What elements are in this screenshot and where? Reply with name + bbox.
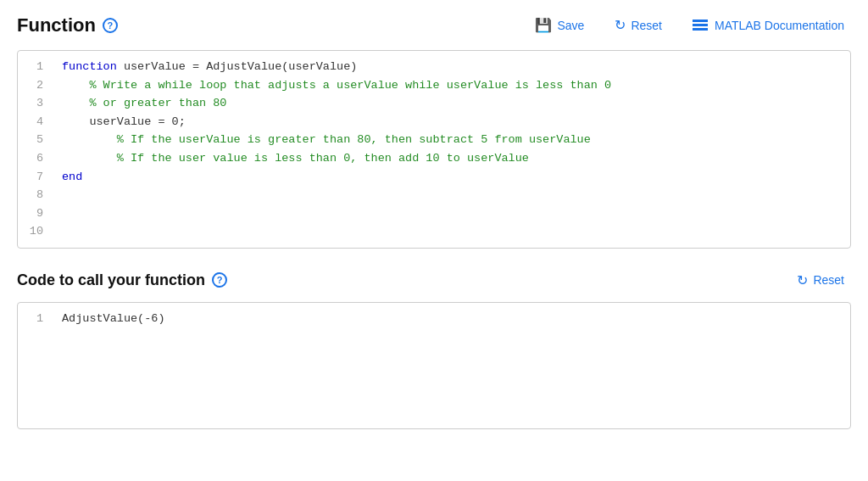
line-number: 8 — [36, 186, 43, 204]
code-area: 12345678910 function userValue = AdjustV… — [18, 51, 850, 248]
line-number: 7 — [36, 168, 43, 187]
function-editor[interactable]: 12345678910 function userValue = AdjustV… — [17, 50, 851, 249]
code-line: % If the user value is less than 0, then… — [62, 149, 840, 168]
page-title: Function — [17, 14, 96, 36]
line-number: 10 — [30, 222, 43, 241]
function-help-icon[interactable]: ? — [103, 18, 118, 33]
line-number: 1 — [36, 310, 43, 328]
reset-label: Reset — [631, 19, 662, 32]
save-label: Save — [557, 19, 584, 32]
line-number: 4 — [36, 113, 43, 131]
header-actions: 💾 Save ↻ Reset MATLAB Documentation — [528, 14, 851, 36]
page-header: Function ? 💾 Save ↻ Reset MATLAB Documen… — [17, 14, 851, 36]
code-line: % If the userValue is greater than 80, t… — [62, 131, 840, 149]
save-button[interactable]: 💾 Save — [528, 14, 591, 36]
line-number: 3 — [36, 94, 43, 113]
call-reset-icon: ↻ — [797, 272, 808, 288]
code-line: function userValue = AdjustValue(userVal… — [62, 58, 840, 76]
call-section-title: Code to call your function — [17, 271, 205, 289]
call-section-header: Code to call your function ? ↻ Reset — [17, 269, 851, 292]
call-editor[interactable]: 1 AdjustValue(-6) — [17, 302, 851, 429]
code-line: % Write a while loop that adjusts a user… — [62, 76, 840, 95]
line-numbers: 12345678910 — [18, 58, 52, 241]
matlab-docs-button[interactable]: MATLAB Documentation — [686, 15, 851, 36]
call-code-area: 1 AdjustValue(-6) — [18, 303, 850, 335]
call-line-numbers: 1 — [18, 310, 52, 328]
line-number: 9 — [36, 204, 43, 223]
code-line: % or greater than 80 — [62, 94, 840, 113]
line-number: 1 — [36, 58, 43, 76]
line-number: 2 — [36, 76, 43, 95]
line-number: 6 — [36, 149, 43, 168]
reset-icon: ↻ — [615, 17, 626, 33]
call-reset-label: Reset — [813, 273, 844, 287]
matlab-docs-icon — [693, 20, 708, 31]
matlab-docs-label: MATLAB Documentation — [715, 19, 844, 32]
call-code-lines[interactable]: AdjustValue(-6) — [52, 310, 850, 328]
line-number: 5 — [36, 131, 43, 149]
section-title-group: Code to call your function ? — [17, 271, 227, 289]
call-help-icon[interactable]: ? — [212, 272, 227, 288]
code-line: userValue = 0; — [62, 113, 840, 131]
call-reset-button[interactable]: ↻ Reset — [790, 269, 851, 292]
reset-button[interactable]: ↻ Reset — [608, 14, 669, 36]
code-line: AdjustValue(-6) — [62, 310, 840, 328]
title-group: Function ? — [17, 14, 118, 36]
save-icon: 💾 — [535, 17, 552, 33]
code-lines[interactable]: function userValue = AdjustValue(userVal… — [52, 58, 850, 241]
code-line: end — [62, 168, 840, 187]
